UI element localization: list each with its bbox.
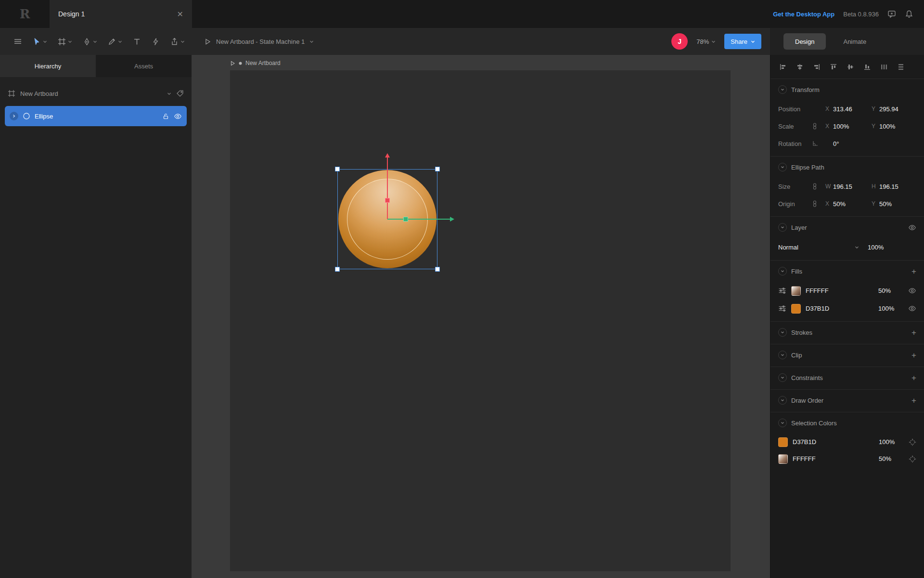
get-desktop-app-link[interactable]: Get the Desktop App bbox=[773, 11, 834, 18]
zoom-level-dropdown[interactable]: 78% bbox=[696, 38, 716, 45]
section-clip-header[interactable]: Clip + bbox=[770, 344, 924, 366]
align-top-icon[interactable] bbox=[830, 63, 837, 71]
align-center-vertical-icon[interactable] bbox=[847, 63, 854, 71]
lock-icon[interactable] bbox=[162, 113, 169, 120]
tree-item-ellipse[interactable]: Ellipse bbox=[5, 106, 187, 126]
blend-mode-dropdown[interactable]: Normal bbox=[778, 244, 864, 251]
scale-x-input[interactable]: 100% bbox=[833, 123, 872, 130]
eye-icon[interactable] bbox=[908, 223, 916, 232]
select-tool-button[interactable] bbox=[29, 34, 51, 50]
shape-tool-button[interactable] bbox=[104, 34, 126, 50]
position-y-input[interactable]: 295.94 bbox=[879, 105, 918, 113]
distribute-vertical-icon[interactable] bbox=[897, 63, 905, 71]
resize-handle-bottom-right[interactable] bbox=[435, 267, 440, 272]
section-draw-order-header[interactable]: Draw Order + bbox=[770, 390, 924, 411]
align-center-horizontal-icon[interactable] bbox=[796, 63, 804, 71]
section-transform-header[interactable]: Transform bbox=[770, 79, 924, 100]
section-fills-header[interactable]: Fills + bbox=[770, 261, 924, 282]
color-target-icon[interactable] bbox=[909, 438, 916, 446]
fill-opacity-input[interactable]: 100% bbox=[878, 305, 903, 312]
chevron-down-icon bbox=[855, 245, 859, 250]
origin-row: Origin X 50% Y 50% bbox=[770, 195, 924, 212]
selection-color-opacity[interactable]: 50% bbox=[879, 455, 904, 462]
align-bottom-icon[interactable] bbox=[863, 63, 871, 71]
tab-hierarchy[interactable]: Hierarchy bbox=[0, 55, 96, 77]
tree-item-artboard[interactable]: New Artboard bbox=[0, 83, 192, 104]
x-axis-handle[interactable] bbox=[403, 217, 408, 222]
tab-design[interactable]: Design bbox=[783, 33, 826, 50]
resize-handle-bottom-left[interactable] bbox=[335, 267, 340, 272]
section-strokes-header[interactable]: Strokes + bbox=[770, 322, 924, 343]
text-tool-button[interactable] bbox=[129, 34, 145, 50]
add-clip-icon[interactable]: + bbox=[911, 351, 916, 359]
selection-color-hex[interactable]: FFFFFF bbox=[793, 455, 829, 462]
selection-color-hex[interactable]: D37B1D bbox=[793, 438, 829, 446]
artboard-name: New Artboard bbox=[245, 60, 281, 66]
y-axis-handle[interactable] bbox=[385, 198, 390, 203]
fill-options-sliders-icon[interactable] bbox=[778, 304, 786, 313]
link-axes-icon[interactable] bbox=[812, 200, 825, 207]
selection-color-opacity[interactable]: 100% bbox=[879, 438, 904, 446]
fill-hex-input[interactable]: D37B1D bbox=[806, 305, 842, 312]
events-tool-button[interactable] bbox=[148, 34, 164, 50]
align-left-icon[interactable] bbox=[779, 63, 787, 71]
eye-icon[interactable] bbox=[908, 287, 916, 295]
resize-handle-top-right[interactable] bbox=[435, 167, 440, 171]
origin-x-input[interactable]: 50% bbox=[833, 200, 872, 208]
link-axes-icon[interactable] bbox=[812, 123, 825, 130]
selection-color-swatch[interactable] bbox=[778, 437, 788, 447]
origin-y-input[interactable]: 50% bbox=[879, 200, 918, 208]
share-button[interactable]: Share bbox=[724, 34, 761, 49]
expand-chevron-icon[interactable] bbox=[10, 112, 18, 120]
app-logo[interactable]: R bbox=[0, 0, 50, 28]
size-h-input[interactable]: 196.15 bbox=[879, 183, 918, 190]
scale-y-input[interactable]: 100% bbox=[879, 123, 918, 130]
section-layer-header[interactable]: Layer bbox=[770, 217, 924, 238]
scale-row: Scale X 100% Y 100% bbox=[770, 118, 924, 135]
resize-handle-top-left[interactable] bbox=[335, 167, 340, 171]
artboard-tool-button[interactable] bbox=[54, 34, 76, 50]
section-selection-colors-header[interactable]: Selection Colors bbox=[770, 412, 924, 434]
chevron-down-icon[interactable] bbox=[167, 92, 171, 96]
fill-hex-input[interactable]: FFFFFF bbox=[806, 287, 842, 294]
active-state-machine-selector[interactable]: New Artboard - State Machine 1 bbox=[204, 38, 314, 45]
position-x-input[interactable]: 313.46 bbox=[833, 105, 872, 113]
feedback-icon[interactable] bbox=[887, 10, 896, 18]
fill-opacity-input[interactable]: 50% bbox=[878, 287, 903, 294]
section-fills: Fills + FFFFFF 50% D37B1D 100% bbox=[770, 261, 924, 322]
layer-opacity-input[interactable]: 100% bbox=[868, 244, 884, 251]
document-tab[interactable]: Design 1 ✕ bbox=[50, 0, 192, 28]
notifications-bell-icon[interactable] bbox=[905, 10, 913, 18]
eye-icon[interactable] bbox=[908, 304, 916, 313]
export-button[interactable] bbox=[167, 34, 189, 50]
distribute-horizontal-icon[interactable] bbox=[880, 63, 888, 71]
artboard-label[interactable]: New Artboard bbox=[230, 60, 281, 66]
rotation-input[interactable]: 0° bbox=[833, 140, 872, 147]
fill-color-swatch[interactable] bbox=[791, 304, 801, 314]
y-axis-arrow[interactable] bbox=[387, 158, 388, 219]
add-stroke-icon[interactable]: + bbox=[911, 328, 916, 337]
section-ellipse-path-header[interactable]: Ellipse Path bbox=[770, 157, 924, 178]
tag-icon[interactable] bbox=[176, 90, 184, 97]
fill-options-sliders-icon[interactable] bbox=[778, 287, 786, 295]
selection-color-swatch[interactable] bbox=[778, 454, 788, 464]
eye-icon[interactable] bbox=[174, 112, 182, 120]
x-axis-arrow[interactable] bbox=[387, 219, 450, 220]
add-fill-icon[interactable]: + bbox=[911, 267, 916, 276]
add-draw-order-icon[interactable]: + bbox=[911, 396, 916, 405]
add-constraint-icon[interactable]: + bbox=[911, 374, 916, 382]
main-menu-button[interactable] bbox=[10, 33, 26, 50]
pen-tool-button[interactable] bbox=[79, 34, 101, 50]
align-right-icon[interactable] bbox=[813, 63, 821, 71]
section-constraints-header[interactable]: Constraints + bbox=[770, 367, 924, 388]
tab-animate[interactable]: Animate bbox=[843, 38, 866, 45]
artboard-surface[interactable] bbox=[230, 70, 731, 571]
tab-assets[interactable]: Assets bbox=[96, 55, 192, 77]
fill-color-swatch[interactable] bbox=[791, 286, 801, 296]
canvas[interactable]: New Artboard bbox=[192, 55, 770, 578]
close-icon[interactable]: ✕ bbox=[177, 10, 183, 19]
user-avatar[interactable]: J bbox=[671, 33, 688, 50]
size-w-input[interactable]: 196.15 bbox=[833, 183, 872, 190]
color-target-icon[interactable] bbox=[909, 455, 916, 463]
link-axes-icon[interactable] bbox=[812, 183, 825, 190]
